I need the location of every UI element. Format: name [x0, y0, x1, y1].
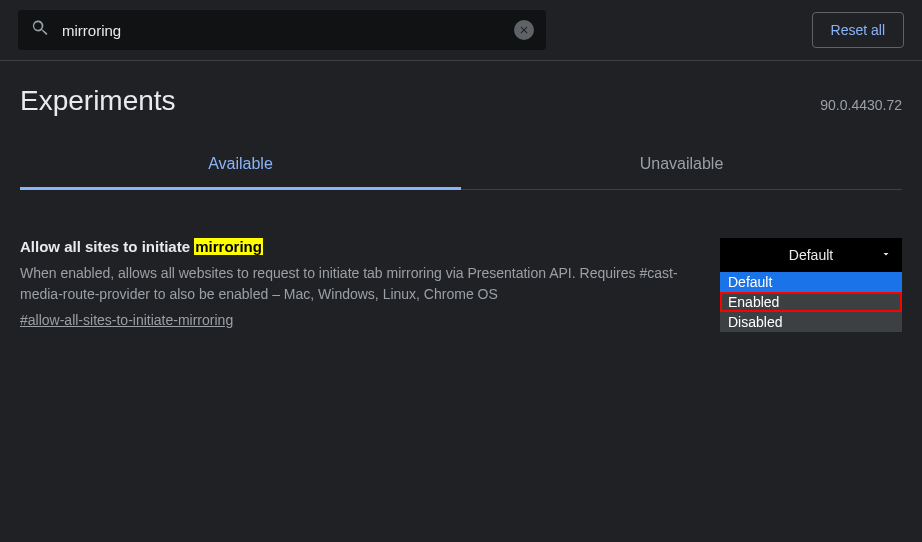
- flag-hash-link[interactable]: #allow-all-sites-to-initiate-mirroring: [20, 312, 233, 328]
- tab-unavailable[interactable]: Unavailable: [461, 141, 902, 189]
- flag-title-prefix: Allow all sites to initiate: [20, 238, 194, 255]
- chevron-down-icon: [880, 247, 892, 263]
- flag-title-highlight: mirroring: [194, 238, 263, 255]
- flag-dropdown[interactable]: Default Default Enabled Disabled: [720, 238, 902, 329]
- flag-text: Allow all sites to initiate mirroring Wh…: [20, 238, 700, 329]
- header-row: Experiments 90.0.4430.72: [0, 61, 922, 125]
- top-bar: Reset all: [0, 0, 922, 61]
- flag-title: Allow all sites to initiate mirroring: [20, 238, 700, 255]
- dropdown-option-enabled[interactable]: Enabled: [720, 292, 902, 312]
- tab-available[interactable]: Available: [20, 141, 461, 190]
- flag-description: When enabled, allows all websites to req…: [20, 263, 700, 305]
- search-input[interactable]: [62, 22, 514, 39]
- page-title: Experiments: [20, 85, 176, 117]
- reset-all-button[interactable]: Reset all: [812, 12, 904, 48]
- version-text: 90.0.4430.72: [820, 97, 902, 113]
- dropdown-option-default[interactable]: Default: [720, 272, 902, 292]
- search-box[interactable]: [18, 10, 546, 50]
- clear-search-icon[interactable]: [514, 20, 534, 40]
- dropdown-list: Default Enabled Disabled: [720, 272, 902, 332]
- dropdown-option-disabled[interactable]: Disabled: [720, 312, 902, 332]
- flag-row: Allow all sites to initiate mirroring Wh…: [0, 190, 922, 329]
- dropdown-current: Default: [789, 247, 833, 263]
- search-icon: [30, 18, 50, 42]
- dropdown-button[interactable]: Default: [720, 238, 902, 272]
- tabs: Available Unavailable: [20, 141, 902, 190]
